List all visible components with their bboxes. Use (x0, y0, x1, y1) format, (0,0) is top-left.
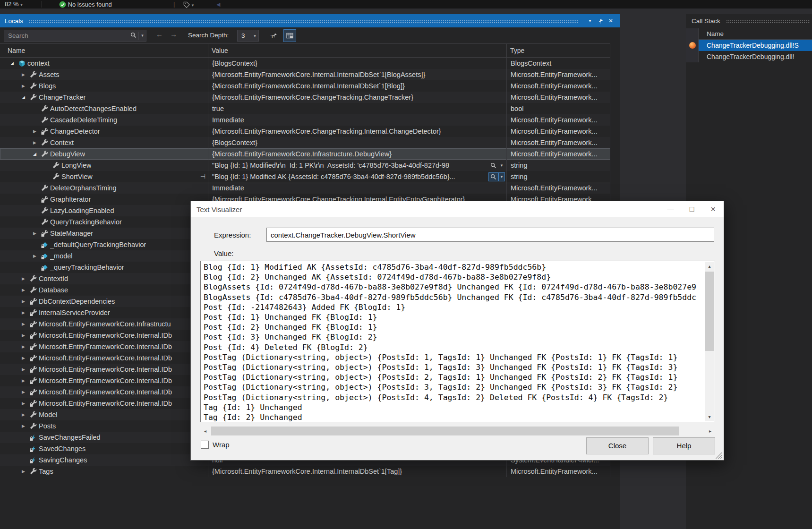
value-cell[interactable]: {Microsoft.EntityFrameworkCore.Infrastru… (208, 148, 506, 160)
value-cell[interactable]: "Blog {Id: 1} Modified AK {AssetsId: c47… (208, 171, 506, 182)
locals-row-debugview[interactable]: ◢DebugView{Microsoft.EntityFrameworkCore… (0, 148, 610, 160)
close-icon[interactable]: ✕ (702, 201, 724, 217)
locals-row-deleteorphanstiming[interactable]: DeleteOrphansTimingImmediateMicrosoft.En… (0, 182, 610, 194)
tag-control[interactable]: ▾ (183, 0, 194, 9)
pin-icon[interactable] (595, 14, 606, 27)
locals-row-shortview[interactable]: ⊣ ShortView"Blog {Id: 1} Modified AK {As… (0, 171, 610, 182)
value-cell[interactable]: Immediate (208, 114, 506, 126)
magnifier-icon[interactable] (488, 161, 498, 170)
search-back-icon[interactable]: ← (156, 30, 163, 38)
expanded-twisty-icon[interactable]: ◢ (22, 92, 30, 103)
minimize-icon[interactable]: — (660, 201, 681, 217)
collapsed-twisty-icon[interactable]: ▶ (22, 409, 30, 420)
value-cell[interactable]: {Microsoft.EntityFrameworkCore.ChangeTra… (208, 92, 506, 103)
column-separator[interactable] (610, 44, 610, 58)
expanded-twisty-icon[interactable]: ◢ (33, 148, 41, 160)
vertical-scrollbar[interactable]: ▴ ▾ (705, 262, 714, 421)
chevron-down-icon[interactable]: ▾ (251, 34, 258, 38)
locals-row-autodetectchangesenabled[interactable]: AutoDetectChangesEnabledtruebool (0, 103, 610, 114)
column-separator[interactable] (208, 44, 208, 58)
maximize-icon[interactable]: □ (681, 201, 702, 217)
locals-row-longview[interactable]: LongView"Blog {Id: 1} Modified\r\n Id: 1… (0, 160, 610, 171)
collapsed-twisty-icon[interactable]: ▶ (22, 307, 30, 318)
text-visualizer-launcher[interactable]: ▾ (488, 161, 506, 170)
collapsed-twisty-icon[interactable]: ▶ (22, 375, 30, 386)
wrap-checkbox[interactable] (201, 441, 209, 449)
collapsed-twisty-icon[interactable]: ▶ (33, 137, 41, 148)
horizontal-scrollbar[interactable]: ◂ ▸ (200, 426, 715, 436)
column-header-value[interactable]: Value (212, 44, 228, 58)
collapsed-twisty-icon[interactable]: ▶ (22, 69, 30, 80)
scroll-up-icon[interactable]: ▴ (705, 262, 714, 271)
search-icon[interactable] (128, 32, 138, 40)
search-options-caret-icon[interactable]: ▾ (138, 32, 146, 40)
magnifier-icon[interactable] (488, 172, 498, 181)
call-stack-title-bar[interactable]: Call Stack (686, 14, 812, 27)
visualizer-caret-icon[interactable]: ▾ (498, 172, 505, 181)
scroll-right-icon[interactable]: ▸ (705, 426, 715, 436)
help-button[interactable]: Help (653, 437, 715, 454)
window-position-caret-icon[interactable]: ▾ (585, 14, 595, 27)
grid-view-toggle-button[interactable] (283, 29, 296, 42)
column-separator[interactable] (506, 44, 507, 58)
value-cell[interactable]: {Microsoft.EntityFrameworkCore.ChangeTra… (208, 126, 506, 137)
resize-grip[interactable] (715, 452, 722, 459)
scroll-left-icon[interactable]: ◂ (200, 426, 210, 436)
pin-to-source-icon[interactable]: ⊣ (200, 171, 205, 182)
collapsed-twisty-icon[interactable]: ▶ (22, 420, 30, 432)
horizontal-scroll-thumb[interactable] (211, 427, 679, 435)
scroll-down-icon[interactable]: ▾ (705, 412, 714, 421)
collapsed-twisty-icon[interactable]: ▶ (22, 273, 30, 284)
collapsed-twisty-icon[interactable]: ▶ (33, 228, 41, 239)
pin-datatip-button[interactable]: T (267, 29, 280, 42)
expression-input[interactable] (266, 228, 714, 242)
collapsed-twisty-icon[interactable]: ▶ (22, 398, 30, 409)
call-stack-column-header[interactable]: Name (699, 28, 812, 40)
value-cell[interactable]: {BlogsContext} (208, 137, 506, 148)
collapsed-twisty-icon[interactable]: ▶ (22, 364, 30, 375)
collapsed-twisty-icon[interactable]: ▶ (22, 341, 30, 352)
vertical-scroll-thumb[interactable] (705, 272, 714, 351)
value-cell[interactable]: true (208, 103, 506, 114)
locals-row-context[interactable]: ▶Context{BlogsContext}Microsoft.EntityFr… (0, 137, 610, 148)
locals-row-blogs[interactable]: ▶Blogs{Microsoft.EntityFrameworkCore.Int… (0, 80, 610, 92)
collapsed-twisty-icon[interactable]: ▶ (22, 466, 30, 477)
locals-row-assets[interactable]: ▶Assets{Microsoft.EntityFrameworkCore.In… (0, 69, 610, 80)
locals-title-bar[interactable]: Locals ▾ ✕ (0, 14, 620, 27)
chevron-down-icon[interactable]: ▾ (192, 3, 194, 8)
call-stack-frame[interactable]: ChangeTrackerDebugging.dll!S (699, 40, 812, 51)
call-stack-frame[interactable]: ChangeTrackerDebugging.dll! (699, 51, 812, 62)
collapsed-twisty-icon[interactable]: ▶ (33, 126, 41, 137)
column-header-name[interactable]: Name (8, 44, 25, 58)
close-icon[interactable]: ✕ (606, 14, 616, 27)
chevron-down-icon[interactable]: ▾ (20, 2, 23, 7)
locals-row-context[interactable]: ◢context{BlogsContext}BlogsContext (0, 58, 610, 69)
collapsed-twisty-icon[interactable]: ▶ (22, 386, 30, 398)
collapsed-twisty-icon[interactable]: ▶ (22, 330, 30, 341)
value-cell[interactable]: {BlogsContext} (208, 58, 506, 69)
visualizer-text-area[interactable]: Blog {Id: 1} Modified AK {AssetsId: c478… (200, 261, 715, 422)
column-header-type[interactable]: Type (510, 44, 524, 58)
locals-row-tags[interactable]: ▶Tags{Microsoft.EntityFrameworkCore.Inte… (0, 466, 610, 477)
collapsed-twisty-icon[interactable]: ▶ (33, 250, 41, 262)
collapsed-twisty-icon[interactable]: ▶ (22, 318, 30, 330)
value-cell[interactable]: {Microsoft.EntityFrameworkCore.Internal.… (208, 466, 506, 477)
text-visualizer-launcher[interactable]: ▾ (488, 172, 506, 181)
zoom-control[interactable]: 82 % ▾ (5, 0, 23, 9)
close-button[interactable]: Close (586, 437, 649, 454)
expanded-twisty-icon[interactable]: ◢ (10, 58, 18, 69)
dialog-title-bar[interactable]: Text Visualizer — □ ✕ (191, 201, 724, 217)
value-cell[interactable]: "Blog {Id: 1} Modified\r\n Id: 1 PK\r\n … (208, 160, 506, 171)
collapsed-twisty-icon[interactable]: ▶ (22, 296, 30, 307)
collapsed-twisty-icon[interactable]: ▶ (22, 80, 30, 92)
value-cell[interactable]: {Microsoft.EntityFrameworkCore.Internal.… (208, 80, 506, 92)
locals-row-changetracker[interactable]: ◢ChangeTracker{Microsoft.EntityFramework… (0, 92, 610, 103)
locals-row-cascadedeletetiming[interactable]: CascadeDeleteTimingImmediateMicrosoft.En… (0, 114, 610, 126)
search-forward-icon[interactable]: → (170, 30, 177, 38)
search-input[interactable] (4, 32, 128, 39)
collapsed-twisty-icon[interactable]: ▶ (22, 284, 30, 296)
issues-status[interactable]: No issues found (59, 0, 112, 9)
value-cell[interactable]: Immediate (208, 182, 506, 194)
search-box[interactable]: ▾ (4, 30, 146, 42)
locals-row-changedetector[interactable]: ▶ChangeDetector{Microsoft.EntityFramewor… (0, 126, 610, 137)
